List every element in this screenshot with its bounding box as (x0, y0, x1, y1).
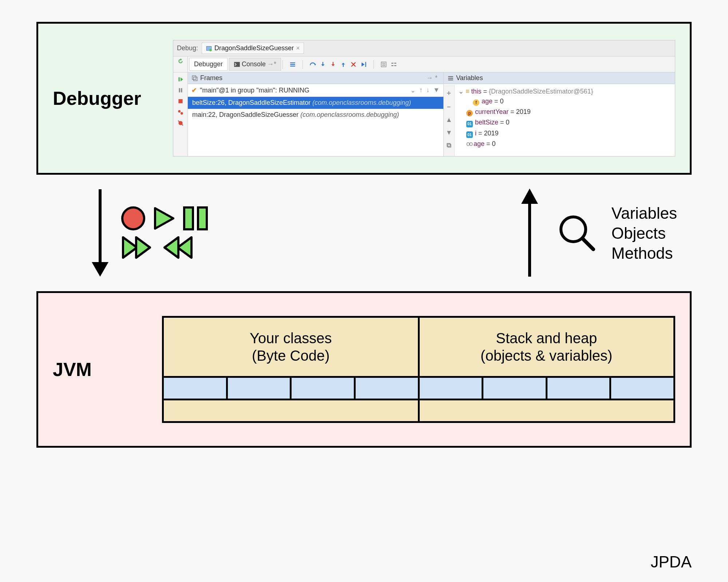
svg-marker-23 (165, 237, 178, 258)
var-age-watch[interactable]: ooage = 0 (458, 139, 671, 149)
var-currentYear[interactable]: pcurrentYear = 2019 (458, 107, 671, 118)
settings-icon[interactable] (391, 61, 397, 68)
jvm-panel: JVM Your classes(Byte Code) Stack and he… (36, 291, 692, 448)
frames-icon (191, 75, 198, 82)
var-beltSize[interactable]: 01beltSize = 0 (458, 118, 671, 128)
step-into-icon[interactable] (320, 61, 326, 68)
jvm-table: Your classes(Byte Code) Stack and heap(o… (162, 316, 675, 423)
playback-controls (120, 205, 210, 261)
var-i[interactable]: 01i = 2019 (458, 128, 671, 139)
pause-bars-icon (181, 205, 210, 231)
svg-marker-15 (92, 262, 108, 277)
ide-toolbar: Debugger Console →* (173, 56, 675, 72)
side-controls (173, 72, 188, 156)
svg-rect-18 (184, 207, 193, 229)
record-icon (120, 205, 146, 231)
thread-selector[interactable]: ✔ "main"@1 in group "main": RUNNING ⌄ ↑ … (188, 84, 443, 97)
inspect-labels: Variables Objects Methods (612, 203, 677, 263)
svg-line-27 (582, 238, 593, 249)
svg-rect-6 (179, 88, 180, 92)
frames-pane-menu[interactable]: →* (426, 74, 440, 82)
svg-marker-17 (155, 208, 173, 229)
vars-icon (447, 75, 454, 82)
stop-icon[interactable] (177, 98, 184, 104)
jvm-heap-cell: Stack and heap(objects & variables) (420, 318, 674, 376)
debugger-title: Debugger (53, 87, 173, 109)
svg-rect-12 (192, 76, 196, 79)
move-down-icon[interactable]: ▼ (446, 129, 452, 136)
jvm-title: JVM (53, 359, 147, 380)
variables-label: Variables (456, 74, 483, 82)
resume-icon[interactable] (177, 76, 184, 83)
frame-row[interactable]: main:22, DragonSaddleSizeGuesser (com.op… (188, 109, 443, 121)
debug-label: Debug: (177, 44, 198, 52)
variables-pane: Variables ＋ － ▲ ▼ ⧉ ⌄ ≡ this (444, 72, 675, 156)
svg-rect-19 (198, 207, 207, 229)
force-step-into-icon[interactable] (330, 61, 336, 68)
frames-pane: Frames →* ✔ "main"@1 in group "main": RU… (188, 72, 444, 156)
drop-frame-icon[interactable] (350, 61, 357, 68)
mute-bp-icon[interactable] (177, 120, 184, 126)
evaluate-icon[interactable] (380, 61, 387, 68)
flow-arrows: Variables Objects Methods (36, 175, 692, 291)
ide-window: Debug: DragonSaddleSizeGuesser × Debugge… (173, 40, 675, 157)
debugger-panel: Debugger Debug: DragonSaddleSizeGuesser … (36, 22, 692, 175)
magnifier-icon (557, 213, 597, 253)
tab-console[interactable]: Console →* (229, 58, 281, 71)
console-icon (234, 61, 240, 68)
run-config-tab[interactable]: DragonSaddleSizeGuesser × (202, 43, 304, 54)
arrow-down (87, 186, 113, 280)
svg-rect-3 (365, 62, 366, 67)
svg-rect-5 (178, 77, 179, 81)
var-age-field[interactable]: fage = 0 (458, 96, 671, 107)
svg-rect-8 (178, 99, 182, 103)
chevron-down-icon[interactable]: ⌄ (410, 86, 416, 94)
forward-icon (120, 234, 155, 261)
var-this[interactable]: ⌄ ≡ this = {DragonSaddleSizeEstimator@56… (458, 86, 671, 96)
rerun-icon[interactable] (177, 58, 184, 64)
thread-status: "main"@1 in group "main": RUNNING (200, 87, 309, 94)
run-to-cursor-icon[interactable] (360, 61, 367, 68)
svg-point-1 (209, 49, 212, 51)
rewind-icon (159, 234, 194, 261)
jvm-slabs (164, 399, 673, 421)
svg-marker-22 (178, 237, 191, 258)
frame-row[interactable]: beltSize:26, DragonSaddleSizeEstimator (… (188, 97, 443, 109)
arrow-up (517, 186, 542, 280)
move-up-icon[interactable]: ▲ (446, 116, 452, 124)
svg-rect-7 (181, 88, 182, 92)
step-out-icon[interactable] (340, 61, 347, 68)
jvm-slots (164, 376, 673, 399)
glasses-icon: oo (466, 140, 472, 147)
filter-icon[interactable]: ▼ (433, 86, 440, 94)
svg-marker-21 (136, 237, 150, 258)
run-config-name: DragonSaddleSizeGuesser (214, 44, 294, 52)
prev-frame-icon[interactable]: ↑ (419, 86, 423, 94)
threads-icon[interactable] (289, 61, 296, 68)
breakpoints-icon[interactable] (177, 109, 184, 115)
tab-debugger[interactable]: Debugger (189, 58, 228, 71)
frames-label: Frames (200, 74, 222, 82)
ide-header: Debug: DragonSaddleSizeGuesser × (173, 40, 675, 56)
svg-marker-25 (521, 189, 538, 204)
svg-marker-20 (123, 237, 137, 258)
remove-watch-icon[interactable]: － (446, 102, 452, 111)
svg-rect-2 (234, 62, 240, 67)
step-over-icon[interactable] (309, 61, 316, 68)
add-watch-icon[interactable]: ＋ (446, 88, 452, 97)
svg-rect-13 (194, 77, 197, 80)
jpda-label: JPDA (651, 553, 692, 571)
copy-icon[interactable]: ⧉ (447, 142, 451, 149)
play-icon (151, 205, 177, 231)
close-icon[interactable]: × (296, 44, 300, 52)
pause-icon[interactable] (177, 87, 184, 94)
next-frame-icon[interactable]: ↓ (426, 86, 430, 94)
jvm-classes-cell: Your classes(Byte Code) (164, 318, 420, 376)
svg-point-9 (178, 110, 181, 112)
run-config-icon (206, 45, 212, 52)
svg-point-10 (181, 112, 183, 115)
jpda-diagram: Debugger Debug: DragonSaddleSizeGuesser … (0, 0, 728, 582)
check-icon: ✔ (191, 86, 197, 94)
svg-point-16 (122, 207, 144, 229)
